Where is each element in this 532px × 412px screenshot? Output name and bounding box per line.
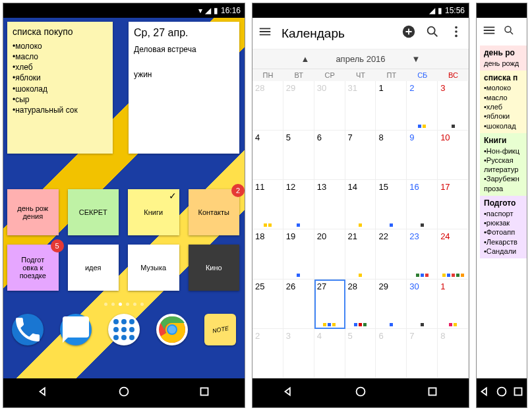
calendar-cell[interactable]: 14 [345, 180, 376, 229]
phone-home: ▾ ◢ ▮ 16:16 списка покупо •молоко•масло•… [3, 3, 245, 408]
note-line: •яблоки [484, 111, 524, 121]
calendar-cell[interactable]: 22 [376, 229, 407, 279]
menu-icon[interactable] [482, 23, 496, 40]
calendar-cell[interactable]: 12 [283, 180, 314, 229]
calendar-cell[interactable]: 15 [376, 180, 407, 229]
calendar-cell[interactable]: 3 [283, 329, 314, 378]
note-tile[interactable]: день рож дения [7, 189, 59, 235]
widget-shopping-note[interactable]: списка покупо •молоко•масло•хлеб•яблоки•… [7, 22, 113, 154]
calendar-cell[interactable]: 7 [345, 131, 376, 180]
chrome-app-icon[interactable] [156, 314, 188, 345]
calendar-cell[interactable]: 23 [407, 229, 438, 279]
note-tile[interactable]: СЕКРЕТ [68, 189, 119, 235]
note-tile[interactable]: Контакты2 [189, 189, 240, 235]
note-tile[interactable]: идея [68, 245, 119, 291]
calendar-cell[interactable]: 1 [438, 280, 469, 329]
widget-today-note[interactable]: Ср, 27 апр. Деловая встреча ужин [129, 22, 239, 154]
nav-back-icon[interactable] [36, 384, 51, 401]
overflow-icon[interactable] [449, 24, 463, 42]
search-icon[interactable] [503, 24, 515, 39]
calendar-cell[interactable]: 30 [407, 280, 438, 329]
calendar-cell[interactable]: 24 [438, 229, 469, 279]
calendar-cell[interactable]: 4 [252, 131, 283, 180]
day-number: 8 [440, 331, 468, 341]
nav-bar [252, 378, 469, 407]
shopping-item: •шоколад [13, 84, 107, 94]
calendar-cell[interactable]: 11 [252, 180, 283, 229]
search-icon[interactable] [425, 24, 440, 42]
calendar-cell[interactable]: 3 [438, 81, 469, 131]
calendar-cell[interactable]: 21 [345, 229, 376, 279]
messages-app-icon[interactable] [60, 314, 92, 345]
calendar-cell[interactable]: 4 [314, 329, 345, 378]
event-dots [438, 323, 468, 326]
prev-month-icon[interactable]: ▲ [301, 54, 310, 64]
note-title: Книги [484, 136, 524, 146]
calendar-cell[interactable]: 5 [345, 329, 376, 378]
calendar-cell[interactable]: 6 [376, 329, 407, 378]
calendar-cell[interactable]: 30 [314, 81, 345, 131]
calendar-cell[interactable]: 2 [252, 329, 283, 378]
calendar-cell[interactable]: 28 [252, 81, 283, 131]
nav-recent-icon[interactable] [425, 384, 440, 401]
nav-home-icon[interactable] [494, 384, 509, 401]
page-indicator[interactable] [3, 303, 245, 306]
calendar-cell[interactable]: 19 [283, 229, 314, 279]
calendar-cell[interactable]: 16 [407, 180, 438, 229]
calendar-cell[interactable]: 9 [407, 131, 438, 180]
note-item[interactable]: списка п•молоко•масло•хлеб•яблоки•шокола… [477, 71, 527, 133]
day-number: 29 [378, 281, 406, 291]
nav-recent-icon[interactable] [197, 384, 212, 401]
note-tile[interactable]: Книги✓ [128, 189, 179, 235]
event-dots [376, 223, 406, 227]
home-screen[interactable]: списка покупо •молоко•масло•хлеб•яблоки•… [3, 18, 245, 378]
calendar-cell[interactable]: 29 [283, 81, 314, 131]
nav-recent-icon[interactable] [511, 384, 525, 401]
calendar-cell[interactable]: 18 [252, 229, 283, 279]
nav-home-icon[interactable] [117, 384, 131, 401]
calendar-cell[interactable]: 20 [314, 229, 345, 279]
svg-point-4 [121, 327, 127, 332]
app-drawer-icon[interactable] [108, 314, 140, 345]
calendar-cell[interactable]: 31 [345, 81, 376, 131]
note-line: •шоколад [484, 121, 524, 131]
weekday-label: ВС [438, 71, 469, 79]
notes-list: день родень рождсписка п•молоко•масло•хл… [477, 18, 527, 378]
nav-back-icon[interactable] [478, 384, 492, 401]
calendar-cell[interactable]: 8 [438, 329, 469, 378]
calendar-cell[interactable]: 26 [283, 280, 314, 329]
calendar-cell[interactable]: 10 [438, 131, 469, 180]
calendar-cell[interactable]: 27 [314, 280, 345, 329]
calendar-cell[interactable]: 28 [345, 280, 376, 329]
nav-home-icon[interactable] [353, 384, 368, 401]
shopping-item: •хлеб [13, 62, 107, 73]
svg-point-8 [129, 335, 134, 340]
note-item[interactable]: день родень рожд [477, 45, 527, 71]
day-number: 10 [440, 132, 468, 142]
add-icon[interactable] [401, 24, 416, 42]
notes-app-icon[interactable]: NOTE [204, 314, 236, 345]
calendar-cell[interactable]: 6 [314, 131, 345, 180]
menu-icon[interactable] [258, 24, 272, 42]
next-month-icon[interactable]: ▼ [412, 54, 421, 64]
month-selector[interactable]: ▲ апрель 2016 ▼ [252, 49, 469, 69]
note-tile[interactable]: Кино [189, 245, 240, 291]
calendar-cell[interactable]: 1 [376, 81, 407, 131]
day-number: 27 [317, 281, 345, 291]
day-number: 20 [317, 231, 345, 241]
calendar-cell[interactable]: 13 [314, 180, 345, 229]
calendar-cell[interactable]: 29 [376, 280, 407, 329]
calendar-cell[interactable]: 7 [407, 329, 438, 378]
note-item[interactable]: Подгото•паспорт•рюкзак•Фотоапп•Лекарств•… [477, 196, 527, 258]
calendar-cell[interactable]: 17 [438, 180, 469, 229]
nav-back-icon[interactable] [281, 384, 296, 401]
weekday-label: СБ [407, 71, 438, 79]
note-tile[interactable]: Музыка [128, 245, 179, 291]
note-tile[interactable]: Подгот овка к поездке5 [7, 245, 59, 291]
calendar-cell[interactable]: 5 [283, 131, 314, 180]
calendar-cell[interactable]: 25 [252, 280, 283, 329]
calendar-cell[interactable]: 8 [376, 131, 407, 180]
calendar-cell[interactable]: 2 [407, 81, 438, 131]
note-item[interactable]: Книги•Нон-фикц•Русскаялитератур•Зарубежн… [477, 133, 527, 196]
phone-app-icon[interactable] [12, 314, 44, 345]
